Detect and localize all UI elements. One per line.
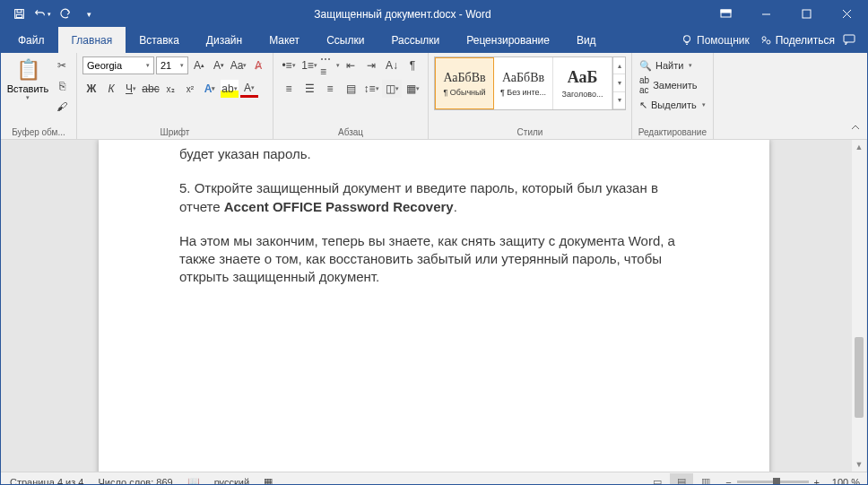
decrease-indent-icon[interactable]: ⇤ bbox=[341, 56, 360, 74]
comments-icon[interactable] bbox=[840, 31, 858, 49]
zoom-out-icon[interactable]: − bbox=[725, 477, 731, 486]
status-bar: Страница 4 из 4 Число слов: 869 📖 русски… bbox=[1, 472, 867, 485]
decrease-font-icon[interactable]: A▾ bbox=[210, 56, 228, 74]
collapse-ribbon-icon[interactable] bbox=[847, 119, 864, 135]
view-web-layout-icon[interactable]: ▥ bbox=[694, 473, 717, 486]
status-language[interactable]: русский bbox=[214, 477, 249, 486]
superscript-icon[interactable]: x² bbox=[181, 80, 199, 98]
zoom-thumb[interactable] bbox=[773, 478, 780, 485]
style-no-spacing[interactable]: АаБбВв ¶ Без инте... bbox=[494, 57, 553, 109]
ribbon-display-options-icon[interactable] bbox=[706, 1, 746, 27]
style-expand-icon[interactable]: ▾ bbox=[613, 92, 625, 109]
tab-home[interactable]: Главная bbox=[58, 27, 126, 53]
status-macro-icon[interactable]: ▦ bbox=[264, 476, 273, 485]
document-paragraph[interactable]: На этом мы закончим, теперь вы знаете, к… bbox=[179, 232, 689, 287]
redo-icon[interactable] bbox=[55, 4, 76, 25]
zoom-slider[interactable]: − + bbox=[725, 477, 820, 486]
style-heading1[interactable]: АаБ Заголово... bbox=[553, 57, 612, 109]
view-read-mode-icon[interactable]: ▭ bbox=[646, 473, 669, 486]
shading-icon[interactable]: ◫▾ bbox=[382, 80, 402, 98]
save-icon[interactable] bbox=[8, 4, 30, 25]
document-paragraph[interactable]: будет указан пароль. bbox=[179, 145, 689, 163]
increase-font-icon[interactable]: A▴ bbox=[190, 56, 208, 74]
status-spellcheck-icon[interactable]: 📖 bbox=[187, 476, 200, 485]
view-print-layout-icon[interactable]: ▤ bbox=[670, 473, 693, 486]
borders-icon[interactable]: ▦▾ bbox=[403, 80, 422, 98]
qat-customize-icon[interactable]: ▾ bbox=[78, 4, 100, 25]
scroll-down-icon[interactable]: ▼ bbox=[852, 457, 866, 472]
zoom-track[interactable] bbox=[737, 481, 809, 483]
tab-layout[interactable]: Макет bbox=[256, 27, 313, 53]
zoom-level[interactable]: 100 % bbox=[828, 477, 860, 486]
close-icon[interactable] bbox=[827, 1, 867, 27]
line-spacing-icon[interactable]: ↕≡▾ bbox=[361, 80, 381, 98]
font-color-icon[interactable]: A▾ bbox=[240, 80, 258, 98]
select-button[interactable]: ↖Выделить▾ bbox=[638, 96, 707, 114]
status-page[interactable]: Страница 4 из 4 bbox=[10, 477, 83, 486]
vertical-scrollbar[interactable]: ▲ ▼ bbox=[852, 140, 866, 472]
text-effects-icon[interactable]: A▾ bbox=[201, 80, 219, 98]
undo-icon[interactable]: ▾ bbox=[31, 4, 53, 25]
subscript-icon[interactable]: x₂ bbox=[161, 80, 179, 98]
lightbulb-icon bbox=[681, 34, 693, 47]
replace-button[interactable]: abacЗаменить bbox=[638, 76, 699, 94]
highlight-icon[interactable]: ab▾ bbox=[221, 80, 239, 98]
svg-rect-6 bbox=[803, 10, 811, 18]
copy-icon[interactable]: ⎘ bbox=[53, 77, 71, 95]
tell-me-search[interactable]: Помощник bbox=[681, 34, 750, 47]
tab-references[interactable]: Ссылки bbox=[313, 27, 378, 53]
align-left-icon[interactable]: ≡ bbox=[279, 80, 299, 98]
scroll-thumb[interactable] bbox=[855, 337, 864, 418]
italic-icon[interactable]: К bbox=[102, 80, 120, 98]
strikethrough-icon[interactable]: abc bbox=[142, 80, 160, 98]
svg-rect-1 bbox=[17, 10, 22, 13]
bullets-icon[interactable]: •≡▾ bbox=[279, 56, 299, 74]
tab-insert[interactable]: Вставка bbox=[126, 27, 193, 53]
scroll-up-icon[interactable]: ▲ bbox=[852, 140, 866, 154]
tab-review[interactable]: Рецензирование bbox=[453, 27, 563, 53]
format-painter-icon[interactable]: 🖌 bbox=[53, 98, 71, 116]
svg-rect-14 bbox=[844, 35, 855, 42]
tell-me-label: Помощник bbox=[697, 34, 750, 47]
show-marks-icon[interactable]: ¶ bbox=[403, 56, 422, 74]
bold-icon[interactable]: Ж bbox=[82, 80, 100, 98]
svg-point-13 bbox=[767, 40, 770, 44]
style-scroll-down-icon[interactable]: ▾ bbox=[613, 74, 625, 91]
style-normal[interactable]: АаБбВв ¶ Обычный bbox=[435, 57, 494, 109]
font-name-combo[interactable]: Georgia▾ bbox=[82, 56, 154, 74]
sort-icon[interactable]: A↓ bbox=[382, 56, 402, 74]
status-word-count[interactable]: Число слов: 869 bbox=[98, 477, 172, 486]
tab-mailings[interactable]: Рассылки bbox=[378, 27, 453, 53]
change-case-icon[interactable]: Aa▾ bbox=[230, 56, 247, 74]
maximize-icon[interactable] bbox=[786, 1, 827, 27]
align-center-icon[interactable]: ☰ bbox=[299, 80, 319, 98]
tab-file[interactable]: Файл bbox=[4, 27, 58, 53]
group-label-editing: Редактирование bbox=[638, 126, 707, 138]
cut-icon[interactable]: ✂ bbox=[53, 56, 71, 74]
group-label-paragraph: Абзац bbox=[279, 126, 422, 138]
document-paragraph[interactable]: 5. Откройте защищенный документ и введит… bbox=[179, 179, 689, 216]
document-page[interactable]: будет указан пароль. 5. Откройте защищен… bbox=[99, 140, 769, 472]
svg-rect-2 bbox=[16, 14, 22, 17]
zoom-in-icon[interactable]: + bbox=[814, 477, 820, 486]
font-size-combo[interactable]: 21▾ bbox=[156, 56, 188, 74]
svg-rect-4 bbox=[721, 10, 731, 13]
minimize-icon[interactable] bbox=[746, 1, 786, 27]
replace-icon: abac bbox=[639, 75, 649, 95]
numbering-icon[interactable]: 1≡▾ bbox=[299, 56, 319, 74]
tab-view[interactable]: Вид bbox=[563, 27, 610, 53]
justify-icon[interactable]: ▤ bbox=[341, 80, 360, 98]
document-area[interactable]: будет указан пароль. 5. Откройте защищен… bbox=[1, 140, 867, 472]
style-gallery[interactable]: АаБбВв ¶ Обычный АаБбВв ¶ Без инте... Аа… bbox=[434, 56, 626, 110]
align-right-icon[interactable]: ≡ bbox=[320, 80, 340, 98]
style-gallery-scroll[interactable]: ▴ ▾ ▾ bbox=[612, 57, 625, 109]
paste-button[interactable]: 📋 Вставить ▾ bbox=[6, 56, 49, 103]
find-button[interactable]: 🔍Найти▾ bbox=[638, 56, 694, 74]
increase-indent-icon[interactable]: ⇥ bbox=[361, 56, 381, 74]
tab-design[interactable]: Дизайн bbox=[193, 27, 256, 53]
style-scroll-up-icon[interactable]: ▴ bbox=[613, 57, 625, 74]
multilevel-list-icon[interactable]: ⋯≡▾ bbox=[320, 56, 340, 74]
share-button[interactable]: Поделиться bbox=[760, 34, 835, 47]
clear-formatting-icon[interactable]: A̷ bbox=[249, 56, 267, 74]
underline-icon[interactable]: Ч▾ bbox=[122, 80, 140, 98]
